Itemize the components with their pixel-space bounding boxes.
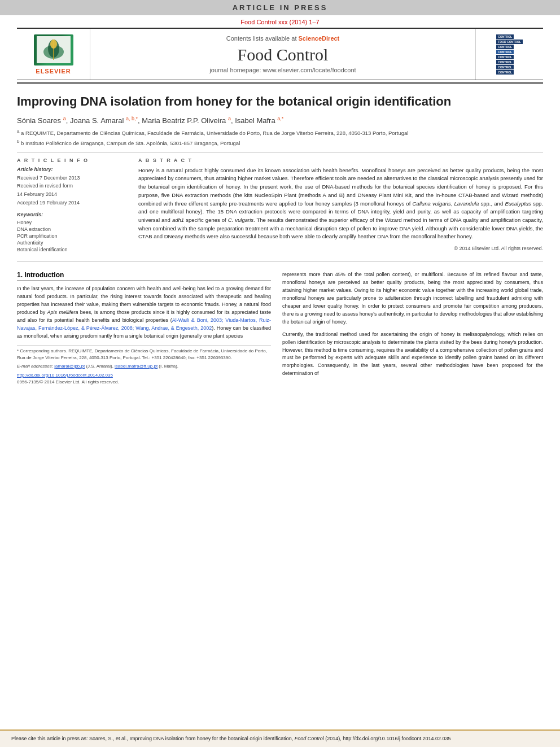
keyword-bot: Botanical identification — [17, 247, 127, 252]
revised-date-line: 14 February 2014 — [17, 191, 127, 198]
control-cell-8: CONTROL — [496, 70, 514, 75]
history-title: Article history: — [17, 167, 127, 172]
copyright-line: © 2014 Elsevier Ltd. All rights reserved… — [138, 246, 543, 251]
email-mafra[interactable]: isabel.mafra@ff.up.pt — [115, 364, 158, 369]
control-cell-6: CONTROL — [496, 60, 514, 64]
elsevier-logo-area: ELSEVIER — [17, 29, 90, 80]
accepted-line: Accepted 19 February 2014 — [17, 199, 127, 207]
footnote-doi: http://dx.doi.org/10.1016/j.foodcont.201… — [17, 372, 271, 379]
doi-link[interactable]: http://dx.doi.org/10.1016/j.foodcont.201… — [17, 373, 113, 378]
aip-banner-text: ARTICLE IN PRESS — [233, 3, 328, 12]
journal-center: Contents lists available at ScienceDirec… — [90, 29, 475, 80]
contents-text: Contents lists available at — [226, 35, 297, 42]
authors-line: Sónia Soares a, Joana S. Amaral a, b,*, … — [17, 116, 543, 125]
author-amaral: Joana S. Amaral a, b,*, — [70, 116, 142, 125]
sciencedirect-line: Contents lists available at ScienceDirec… — [226, 35, 340, 42]
control-cell-3: CONTROL — [496, 45, 514, 49]
revised-label-line: Received in revised form — [17, 182, 127, 190]
affiliation-a: a a REQUIMTE, Departamento de Ciências Q… — [17, 128, 543, 137]
intro-paragraph-1: In the last years, the increase of popul… — [17, 285, 271, 340]
email-amaral[interactable]: jamaral@ipb.pt — [54, 364, 85, 369]
article-history: Article history: Received 7 December 201… — [17, 167, 127, 206]
ref-alwaili[interactable]: Al-Waili & Boni, 2003; Viuda-Martos, Rui… — [17, 317, 271, 331]
control-cell-1: CONTROL — [496, 34, 514, 39]
introduction-heading: 1. Introduction — [17, 271, 271, 281]
abstract-label: A B S T R A C T — [138, 158, 543, 163]
article-info-col: A R T I C L E I N F O Article history: R… — [17, 158, 127, 254]
divider-after-abstract — [17, 261, 543, 262]
intro-paragraph-3: Currently, the traditional method used f… — [282, 331, 543, 378]
article-content: Improving DNA isolation from honey for t… — [0, 84, 560, 720]
section-number: 1. — [17, 271, 24, 279]
journal-name: Food Control — [238, 45, 329, 64]
citation-text: Please cite this article in press as: So… — [11, 735, 549, 743]
affiliations: a a REQUIMTE, Departamento de Ciências Q… — [17, 128, 543, 148]
article-title: Improving DNA isolation from honey for t… — [17, 94, 543, 110]
info-abstract-section: A R T I C L E I N F O Article history: R… — [17, 158, 543, 254]
body-right-col: represents more than 45% of the total po… — [282, 271, 543, 386]
divider-after-affiliations — [17, 152, 543, 153]
elsevier-text: ELSEVIER — [36, 68, 71, 75]
elsevier-logo: ELSEVIER — [34, 34, 73, 75]
keyword-auth: Authenticity — [17, 240, 127, 246]
footnote-corresponding: * Corresponding authors. REQUIMTE, Depar… — [17, 348, 271, 361]
elsevier-graphic — [34, 34, 73, 65]
article-info-label: A R T I C L E I N F O — [17, 158, 127, 163]
keyword-honey: Honey — [17, 220, 127, 225]
control-cell-5: CONTROL — [496, 55, 514, 59]
footnote-area: * Corresponding authors. REQUIMTE, Depar… — [17, 345, 271, 386]
sciencedirect-link[interactable]: ScienceDirect — [299, 35, 340, 42]
journal-ref-line: Food Control xxx (2014) 1–7 — [0, 15, 560, 28]
section-title-introduction: Introduction — [24, 271, 64, 279]
control-grid: CONTROL FOOD CONTROL CONTROL CONTROL CON… — [496, 34, 523, 75]
keyword-dna: DNA extraction — [17, 226, 127, 232]
keyword-pcr: PCR amplification — [17, 233, 127, 239]
journal-ref-text: Food Control xxx (2014) 1–7 — [240, 19, 319, 25]
body-left-col: 1. Introduction In the last years, the i… — [17, 271, 271, 386]
abstract-text: Honey is a natural product highly consum… — [138, 167, 543, 241]
email-label: E-mail addresses: — [17, 364, 54, 369]
footnote-issn: 0956-7135/© 2014 Elsevier Ltd. All right… — [17, 379, 271, 386]
aip-banner: ARTICLE IN PRESS — [0, 0, 560, 15]
svg-point-4 — [50, 40, 57, 49]
author-mafra: Isabel Mafra a,* — [235, 116, 283, 125]
intro-paragraph-2: represents more than 45% of the total po… — [282, 271, 543, 326]
author-oliveira: Maria Beatriz P.P. Oliveira a, — [142, 116, 235, 125]
keywords-title: Keywords: — [17, 212, 127, 217]
control-cell-2: FOOD CONTROL — [496, 40, 523, 44]
citation-bar: Please cite this article in press as: So… — [0, 729, 560, 748]
journal-logo-right: CONTROL FOOD CONTROL CONTROL CONTROL CON… — [475, 29, 543, 80]
author-soares: Sónia Soares a, — [17, 116, 70, 125]
abstract-col: A B S T R A C T Honey is a natural produ… — [138, 158, 543, 254]
journal-header: ELSEVIER Contents lists available at Sci… — [17, 28, 543, 84]
footnote-emails: E-mail addresses: jamaral@ipb.pt (J.S. A… — [17, 363, 271, 370]
control-cell-7: CONTROL — [496, 65, 514, 69]
affiliation-b: b b Instituto Politécnico de Bragança, C… — [17, 138, 543, 147]
control-cell-4: CONTROL — [496, 50, 514, 54]
main-body: 1. Introduction In the last years, the i… — [17, 271, 543, 386]
journal-homepage: journal homepage: www.elsevier.com/locat… — [209, 67, 356, 73]
keywords-section: Keywords: Honey DNA extraction PCR ampli… — [17, 212, 127, 252]
received-line: Received 7 December 2013 — [17, 174, 127, 182]
